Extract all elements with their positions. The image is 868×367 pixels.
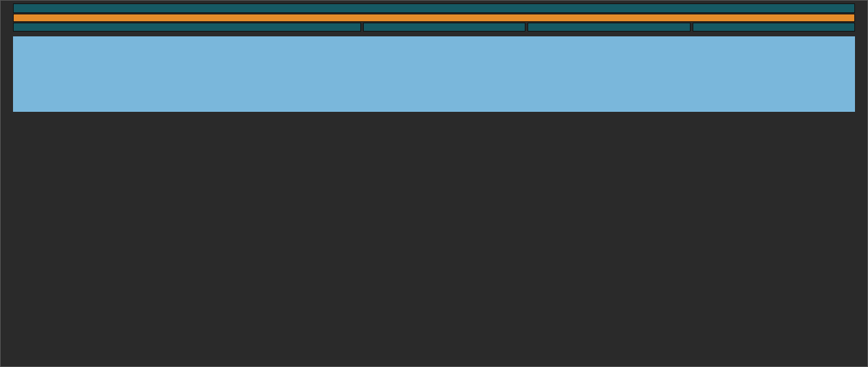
optical-flow-accelerator	[13, 23, 361, 32]
l2-cache	[13, 36, 855, 112]
nvenc-0	[363, 23, 525, 32]
engine-bus-row	[13, 23, 855, 32]
nvenc-1	[528, 23, 690, 32]
gigathread-engine	[13, 14, 855, 22]
pci-host-interface	[13, 3, 855, 13]
nvdec	[693, 23, 855, 32]
gpu-die-diagram	[0, 0, 868, 367]
main-area	[13, 32, 855, 364]
